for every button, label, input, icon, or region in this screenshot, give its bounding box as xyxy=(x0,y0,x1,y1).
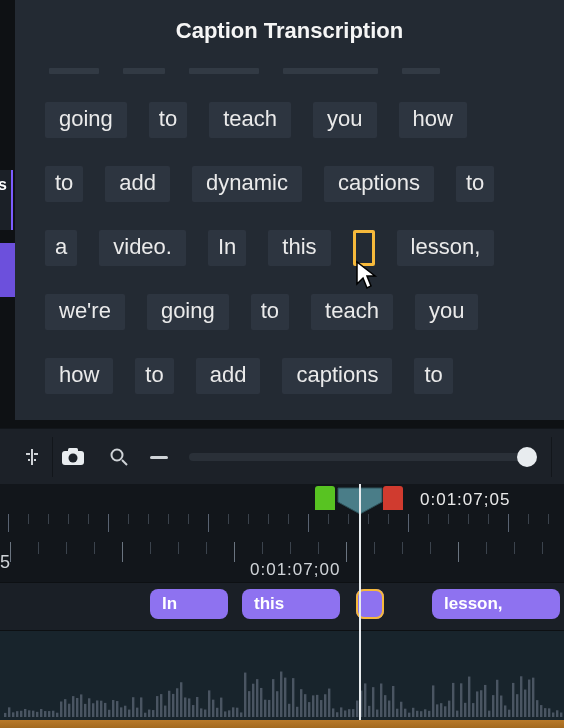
caption-word[interactable]: teach xyxy=(311,294,393,330)
svg-rect-115 xyxy=(448,701,450,717)
caption-word[interactable]: going xyxy=(147,294,229,330)
caption-word[interactable]: captions xyxy=(324,166,434,202)
caption-word[interactable]: dynamic xyxy=(192,166,302,202)
timeline-ruler[interactable]: 0:01:07;05 0:01:07;00 5 xyxy=(0,484,564,582)
svg-rect-5 xyxy=(8,707,10,717)
timeline-toolbar xyxy=(0,428,564,486)
svg-rect-27 xyxy=(96,700,98,717)
align-center-icon[interactable] xyxy=(12,437,53,477)
svg-rect-15 xyxy=(48,711,50,717)
svg-rect-116 xyxy=(452,683,454,717)
caption-word[interactable]: this xyxy=(268,230,330,266)
svg-rect-77 xyxy=(296,707,298,717)
svg-rect-112 xyxy=(436,704,438,717)
caption-word[interactable]: how xyxy=(45,358,113,394)
svg-rect-58 xyxy=(220,698,222,717)
svg-rect-28 xyxy=(100,701,102,717)
caption-word[interactable]: to xyxy=(45,166,83,202)
svg-rect-69 xyxy=(264,700,266,717)
svg-rect-24 xyxy=(84,704,86,717)
svg-rect-114 xyxy=(444,706,446,717)
svg-rect-26 xyxy=(92,703,94,717)
caption-word[interactable]: you xyxy=(313,102,376,138)
caption-word-empty-selected[interactable] xyxy=(353,230,375,266)
svg-rect-91 xyxy=(352,709,354,717)
svg-rect-65 xyxy=(248,691,250,717)
ruler-edge-number: 5 xyxy=(0,552,10,573)
caption-word[interactable]: add xyxy=(196,358,261,394)
svg-rect-38 xyxy=(140,697,142,717)
caption-word[interactable]: to xyxy=(251,294,289,330)
toolbar-separator xyxy=(551,437,552,477)
svg-rect-20 xyxy=(68,704,70,717)
svg-rect-85 xyxy=(328,689,330,717)
svg-rect-135 xyxy=(528,680,530,717)
svg-rect-134 xyxy=(524,690,526,717)
svg-rect-68 xyxy=(260,688,262,717)
caption-word[interactable]: video. xyxy=(99,230,186,266)
svg-rect-84 xyxy=(324,694,326,717)
svg-rect-47 xyxy=(176,688,178,717)
caption-clip[interactable]: this xyxy=(242,589,340,619)
bottom-strip xyxy=(0,720,564,728)
svg-rect-32 xyxy=(116,701,118,717)
svg-rect-127 xyxy=(496,680,498,717)
svg-rect-137 xyxy=(536,700,538,717)
svg-rect-34 xyxy=(124,706,126,717)
caption-word[interactable]: lesson, xyxy=(397,230,495,266)
caption-word[interactable]: how xyxy=(399,102,467,138)
caption-word[interactable]: to xyxy=(414,358,452,394)
out-point-flag[interactable] xyxy=(383,486,403,510)
svg-rect-107 xyxy=(416,711,418,717)
svg-rect-12 xyxy=(36,712,38,717)
svg-rect-11 xyxy=(32,711,34,717)
caption-word[interactable]: teach xyxy=(209,102,291,138)
caption-word[interactable]: add xyxy=(105,166,170,202)
svg-rect-99 xyxy=(384,695,386,717)
caption-word[interactable]: going xyxy=(45,102,127,138)
caption-clip[interactable]: In xyxy=(150,589,228,619)
svg-rect-66 xyxy=(252,684,254,717)
svg-rect-72 xyxy=(276,691,278,717)
svg-rect-106 xyxy=(412,708,414,717)
svg-rect-59 xyxy=(224,711,226,717)
caption-word[interactable]: to xyxy=(456,166,494,202)
playhead-line[interactable] xyxy=(359,484,361,720)
svg-rect-124 xyxy=(484,685,486,717)
camera-icon[interactable] xyxy=(53,437,93,477)
svg-rect-103 xyxy=(400,702,402,717)
in-point-flag[interactable] xyxy=(315,486,335,510)
panel-divider xyxy=(0,420,564,428)
svg-point-1 xyxy=(69,454,78,463)
svg-rect-95 xyxy=(368,706,370,717)
svg-rect-7 xyxy=(16,711,18,717)
svg-rect-98 xyxy=(380,684,382,717)
timeline-tracks: In this lesson, xyxy=(0,582,564,720)
svg-rect-22 xyxy=(76,698,78,717)
zoom-slider-track[interactable] xyxy=(189,453,533,461)
caption-word[interactable]: to xyxy=(135,358,173,394)
svg-rect-119 xyxy=(464,703,466,717)
ruler-time-label: 0:01:07;00 xyxy=(250,560,340,580)
caption-word[interactable]: we're xyxy=(45,294,125,330)
caption-track[interactable]: In this lesson, xyxy=(0,582,564,632)
caption-clip[interactable]: lesson, xyxy=(432,589,560,619)
svg-rect-29 xyxy=(104,703,106,717)
svg-rect-82 xyxy=(316,695,318,717)
zoom-out-button[interactable] xyxy=(139,437,179,477)
svg-rect-111 xyxy=(432,685,434,717)
caption-word[interactable]: you xyxy=(415,294,478,330)
caption-word[interactable]: to xyxy=(149,102,187,138)
side-tab-label: s xyxy=(0,176,16,194)
svg-rect-51 xyxy=(192,705,194,717)
zoom-slider-thumb[interactable] xyxy=(517,447,537,467)
svg-rect-75 xyxy=(288,704,290,717)
caption-word[interactable]: In xyxy=(208,230,246,266)
svg-rect-55 xyxy=(208,690,210,717)
audio-track[interactable] xyxy=(0,630,564,722)
search-icon[interactable] xyxy=(99,437,139,477)
svg-rect-45 xyxy=(168,691,170,717)
svg-rect-128 xyxy=(500,696,502,717)
caption-word[interactable]: captions xyxy=(282,358,392,394)
caption-word[interactable]: a xyxy=(45,230,77,266)
